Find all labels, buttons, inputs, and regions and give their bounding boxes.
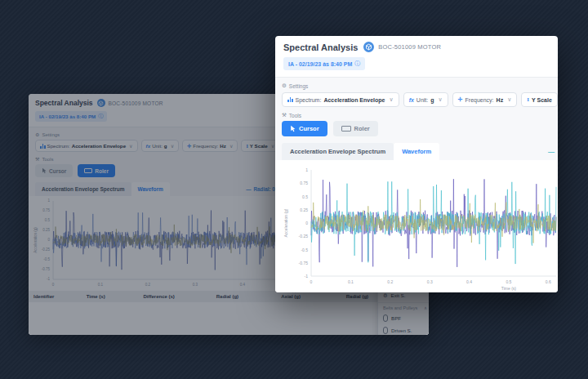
column-header: Identifier [29, 294, 82, 299]
asset-cube-icon [97, 99, 105, 107]
axis-tick-label: 0 [29, 238, 50, 242]
bar-chart-icon [287, 97, 293, 102]
tab-acceleration-envelope-spectrum[interactable]: Acceleration Envelope Spectrum [282, 143, 394, 160]
chevron-down-icon: ∨ [129, 143, 133, 149]
spectrum-dropdown[interactable]: Spectrum: Acceleration Envelope ∨ [35, 140, 138, 152]
crosshair-icon: ✛ [187, 143, 191, 149]
axis-tick-label: -1 [29, 277, 50, 281]
axis-tick-label: -0.75 [275, 261, 308, 265]
info-icon[interactable]: ⓘ [354, 60, 360, 68]
axis-tick-label: -1 [275, 274, 308, 279]
axis-tick-label: 0.5 [506, 279, 511, 284]
y-scale-icon: I [246, 143, 247, 149]
settings-dropdowns: Spectrum: Acceleration Envelope ∨ fx Uni… [282, 92, 551, 107]
menu-item-driven[interactable]: Driven S. [378, 324, 429, 335]
axis-tick-label: 0.2 [145, 283, 150, 287]
unit-dropdown[interactable]: fx Unit: g ∨ [141, 140, 180, 152]
gear-icon: ⚙ [282, 82, 287, 89]
chevron-down-icon: ∨ [171, 143, 175, 149]
column-header: Radial (g) [212, 294, 277, 299]
spectrum-dropdown[interactable]: Spectrum: Acceleration Envelope ∨ [282, 92, 399, 107]
axis-tick-label: -0.25 [275, 234, 308, 239]
menu-group-belts-and-pulleys[interactable]: Belts and Pulleys ∧ [378, 302, 429, 312]
page-title: Spectral Analysis [283, 42, 358, 52]
axis-tick-label: -0.5 [29, 257, 50, 261]
axis-tick-label: 0.75 [29, 208, 50, 212]
gear-icon: ⚙ [383, 292, 388, 298]
axis-tick-label: 0.4 [240, 283, 245, 287]
axis-tick-label: 0.3 [427, 279, 433, 284]
y-scale-dropdown[interactable]: I Y Scale [521, 92, 558, 107]
analysis-timestamp-badge[interactable]: IA - 02/19/23 às 8:40 PM ⓘ [35, 111, 107, 122]
settings-label: ⚙ Settings [282, 82, 551, 89]
axis-tick-label: 0 [310, 279, 313, 284]
axis-tick-label: 0.1 [348, 279, 354, 284]
chevron-up-icon: ∧ [424, 305, 427, 310]
panel-header: Spectral Analysis BOC-501009 MOTOR IA - … [275, 36, 558, 77]
unit-dropdown[interactable]: fx Unit: g ∨ [403, 92, 448, 107]
belt-icon [383, 314, 388, 322]
axis-tick-label: 1 [275, 167, 308, 172]
frequency-dropdown[interactable]: ✛ Frequency: Hz ∨ [452, 92, 518, 107]
tab-waveform[interactable]: Waveform [394, 143, 439, 160]
tab-acceleration-envelope-spectrum[interactable]: Acceleration Envelope Spectrum [35, 182, 131, 196]
asset-label: BOC-501009 MOTOR [109, 100, 163, 106]
column-header: Time (s) [82, 294, 139, 299]
ruler-button[interactable]: Roler [78, 164, 115, 177]
asset-label: BOC-501009 MOTOR [378, 43, 441, 51]
axis-tick-label: 0.5 [275, 194, 308, 199]
ruler-icon [341, 126, 351, 132]
tools-icon: ⚒ [35, 156, 39, 162]
axis-tick-label: -0.25 [29, 247, 50, 252]
axis-tick-label: 0.4 [466, 279, 472, 284]
axis-tick-label: 0.1 [98, 283, 103, 287]
cursor-button[interactable]: Cursor [35, 164, 73, 177]
axis-tick-label: 0.25 [275, 207, 308, 212]
analysis-timestamp-badge[interactable]: IA - 02/19/23 às 8:40 PM ⓘ [283, 57, 365, 70]
fx-icon: fx [146, 143, 151, 149]
axis-tick-label: 0 [275, 221, 308, 225]
axis-tick-label: 0.2 [387, 279, 393, 284]
belt-icon [383, 327, 388, 334]
axis-tick-label: 0.75 [275, 181, 308, 185]
results-table-body [29, 302, 429, 335]
axis-tick-label: 0.3 [193, 283, 198, 287]
column-header: Difference (s) [138, 294, 211, 299]
y-scale-icon: I [527, 96, 529, 103]
y-axis-label: Acceleration (g) [33, 227, 38, 253]
y-axis-label: Acceleration (g) [283, 208, 288, 237]
frequency-dropdown[interactable]: ✛ Frequency: Hz ∨ [182, 140, 238, 152]
axis-tick-label: 0 [52, 283, 55, 287]
spectral-analysis-window: Spectral Analysis BOC-501009 MOTOR IA - … [275, 36, 558, 292]
y-scale-dropdown[interactable]: I Y Scale ∨ [241, 140, 279, 152]
chevron-down-icon: ∨ [439, 96, 443, 103]
chevron-down-icon: ∨ [229, 143, 234, 149]
app-canvas: Spectral Analysis BOC-501009 MOTOR IA - … [0, 0, 588, 379]
bar-chart-icon [40, 144, 46, 149]
legend-dash-icon: — [246, 186, 251, 192]
settings-section: ⚙ Settings Spectrum: Acceleration Envelo… [275, 78, 558, 160]
chevron-down-icon: ∨ [390, 96, 394, 103]
chart-tabs: Acceleration Envelope Spectrum Waveform … [282, 143, 551, 160]
gear-icon: ⚙ [35, 132, 39, 137]
info-icon[interactable]: ⓘ [98, 113, 103, 120]
axis-tick-label: 0.6 [546, 279, 551, 284]
cursor-button[interactable]: Cursor [282, 121, 327, 136]
ruler-button[interactable]: Roler [333, 121, 378, 136]
x-axis-label: Time (s) [501, 286, 516, 291]
axis-tick-label: -0.75 [29, 267, 50, 271]
menu-item-bpf[interactable]: BPF [378, 312, 429, 324]
tools-buttons: Cursor Roler [282, 121, 551, 136]
cursor-icon [290, 125, 296, 132]
fx-icon: fx [409, 97, 414, 103]
column-header: Axial (g) [276, 294, 341, 299]
axis-tick-label: 0.5 [29, 218, 50, 222]
legend-dash-icon: — [548, 148, 555, 155]
frequency-markers-menu: ⚙ Exit S. Belts and Pulleys ∧ BPF Driven… [377, 288, 429, 335]
tools-label: ⚒ Tools [282, 112, 551, 118]
waveform-chart[interactable]: 10.750.50.250-0.25-0.5-0.75-100.10.20.30… [275, 160, 558, 292]
results-table-header: Identifier Time (s) Difference (s) Radia… [29, 291, 429, 302]
crosshair-icon: ✛ [458, 96, 463, 103]
tab-waveform[interactable]: Waveform [131, 182, 170, 196]
page-title: Spectral Analysis [35, 99, 93, 107]
